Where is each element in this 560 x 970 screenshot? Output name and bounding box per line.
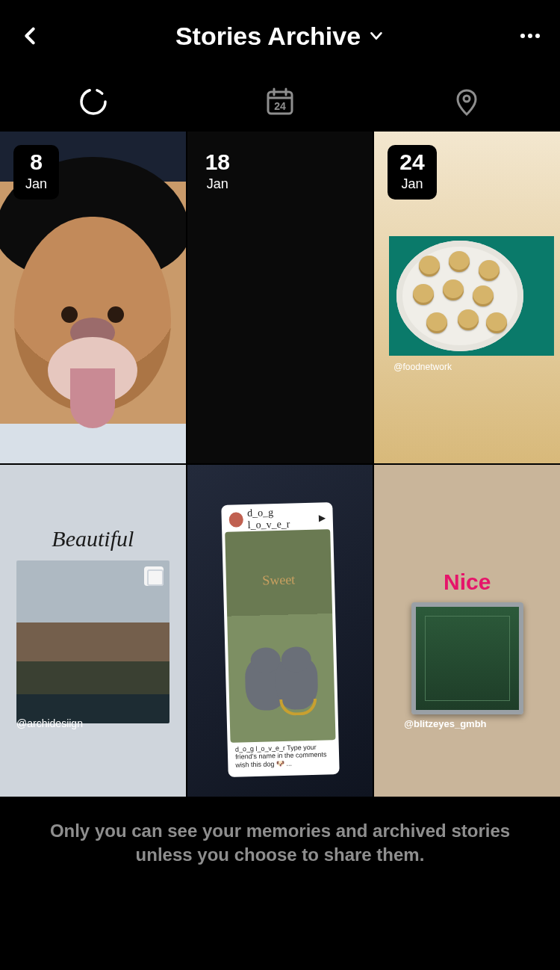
carousel-icon [144, 566, 164, 586]
tab-calendar[interactable]: 24 [187, 86, 373, 117]
story-tile[interactable]: Beautiful @archidesiign [0, 465, 186, 797]
story-credit: @foodnetwork [393, 362, 452, 372]
back-button[interactable] [15, 21, 45, 51]
page-title: Stories Archive [175, 22, 361, 51]
header: Stories Archive [0, 0, 560, 72]
story-date-month: Jan [399, 176, 424, 192]
play-icon: ▶ [318, 512, 325, 522]
story-date-badge: 18 Jan [201, 145, 234, 198]
story-caption: Nice [374, 569, 560, 595]
avatar [228, 512, 243, 527]
story-credit: @blitzeyes_gmbh [404, 718, 486, 729]
repost-caption: d_o_g l_o_v_e_r Type your friend's name … [230, 740, 336, 774]
story-image-content [14, 217, 171, 411]
archive-title-dropdown[interactable]: Stories Archive [175, 22, 385, 51]
tab-location[interactable] [373, 87, 560, 116]
archive-privacy-note: Only you can see your memories and archi… [0, 819, 560, 868]
svg-point-0 [81, 90, 105, 114]
story-date-month: Jan [25, 176, 47, 192]
story-date-month: Jan [205, 176, 230, 192]
story-tile[interactable]: d_o_g l_o_v_e_r ▶ Sweet d_o_g l_o_v_e_r … [187, 465, 373, 797]
story-date-badge: 24 Jan [388, 145, 436, 200]
chevron-down-icon [368, 28, 385, 44]
story-date-day: 18 [205, 151, 230, 173]
story-date-day: 24 [399, 151, 424, 173]
story-image-content [411, 602, 523, 714]
location-pin-icon [452, 87, 481, 116]
story-image-content: Sweet [225, 529, 335, 742]
story-credit: @archidesiign [16, 717, 83, 729]
more-options-button[interactable] [515, 21, 545, 51]
story-caption: Beautiful [0, 526, 186, 552]
svg-point-6 [464, 96, 470, 102]
story-image-content [16, 560, 169, 723]
story-date-day: 8 [25, 151, 47, 173]
chevron-left-icon [19, 25, 40, 46]
stories-ring-icon [78, 87, 108, 117]
story-tile[interactable]: 18 Jan [187, 132, 373, 463]
archive-view-tabs: 24 [0, 72, 560, 132]
repost-username: d_o_g l_o_v_e_r [247, 506, 314, 531]
story-caption: Sweet [225, 571, 331, 590]
story-tile[interactable]: @foodnetwork 24 Jan [374, 132, 560, 463]
stories-grid: 8 Jan 18 Jan @foodnetwork 2 [0, 132, 560, 797]
calendar-icon: 24 [264, 86, 296, 117]
story-repost-card: d_o_g l_o_v_e_r ▶ Sweet d_o_g l_o_v_e_r … [221, 502, 339, 777]
story-date-badge: 8 Jan [13, 145, 59, 200]
story-tile[interactable]: Nice @blitzeyes_gmbh [374, 465, 560, 797]
story-tile[interactable]: 8 Jan [0, 132, 186, 463]
tab-stories[interactable] [0, 87, 187, 117]
story-image-content [389, 236, 554, 356]
svg-text:24: 24 [274, 100, 286, 112]
